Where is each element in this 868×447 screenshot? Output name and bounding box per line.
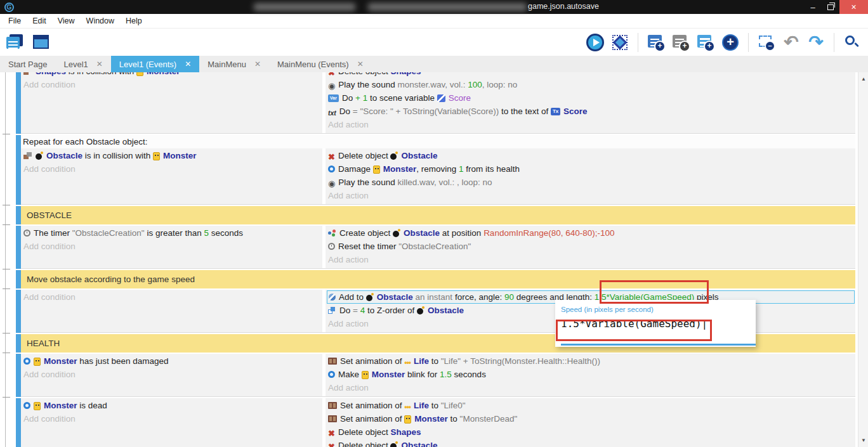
project-manager-icon[interactable]	[5, 33, 24, 52]
tab-label: Start Page	[8, 60, 47, 69]
add-comment-icon[interactable]	[671, 33, 690, 52]
monster-icon	[34, 402, 41, 410]
tab-level1-events-[interactable]: Level1 (Events)✕	[111, 56, 199, 72]
condition-row[interactable]: Monster is dead	[22, 399, 322, 412]
text-segment: Life	[414, 356, 429, 366]
text-segment: Shapes	[36, 72, 66, 76]
event-block: Monster has just been damagedAdd conditi…	[16, 354, 855, 397]
condition-row[interactable]: Monster has just been damaged	[22, 354, 322, 368]
add-action-placeholder[interactable]: Add action	[327, 189, 855, 202]
close-icon[interactable]: ✕	[185, 60, 191, 68]
add-subevent-icon[interactable]	[696, 33, 715, 52]
add-condition-placeholder[interactable]: Add condition	[22, 240, 322, 253]
text-segment: Reset the timer	[338, 242, 398, 251]
minimize-button[interactable]: –	[804, 0, 822, 14]
action-row[interactable]: Reset the timer "ObstacleCreation"	[327, 240, 855, 253]
text-segment: "MonsterDead"	[460, 414, 518, 424]
add-action-placeholder[interactable]: Add action	[327, 253, 855, 266]
add-action-placeholder[interactable]: Add action	[327, 381, 855, 394]
conditions-column: Obstacle is in collision with MonsterAdd…	[21, 148, 322, 204]
action-row[interactable]: Delete object Shapes	[327, 425, 855, 439]
sound-icon	[328, 79, 335, 91]
toolbar-left	[5, 33, 51, 52]
menu-view[interactable]: View	[52, 16, 81, 25]
tab-start-page[interactable]: Start Page	[0, 56, 55, 72]
event-highlight-bar	[16, 135, 21, 205]
scroll-down-icon[interactable]: ▼	[858, 437, 868, 443]
gdevelop-logo-icon: G	[4, 3, 14, 12]
scroll-up-icon[interactable]: ▲	[858, 76, 868, 82]
menu-window[interactable]: Window	[81, 16, 120, 25]
comment-text[interactable]: Move obstacle according to the game spee…	[21, 270, 855, 288]
tab-label: Level1	[63, 60, 88, 69]
text-segment: Set animation of	[340, 401, 404, 410]
play-icon[interactable]	[586, 33, 605, 52]
bomb-icon	[366, 293, 374, 301]
close-icon[interactable]: ✕	[357, 60, 364, 68]
action-row[interactable]: Do = "Score: " + ToString(Variable(Score…	[327, 105, 855, 118]
text-segment: is dead	[77, 401, 107, 410]
action-row[interactable]: Play the sound monster.wav, vol.: 100, l…	[327, 78, 855, 91]
menu-help[interactable]: Help	[120, 16, 148, 25]
debug-icon[interactable]	[610, 33, 629, 52]
add-condition-placeholder[interactable]: Add condition	[22, 412, 322, 425]
event-columns: Shapes is in collision with MonsterAdd c…	[21, 72, 855, 133]
undo-icon[interactable]	[782, 33, 801, 52]
action-row[interactable]: Delete object Shapes	[327, 72, 855, 78]
text-segment: Monster	[383, 164, 417, 174]
condition-row[interactable]: Obstacle is in collision with Monster	[22, 149, 322, 162]
action-row[interactable]: Do + 1 to scene variable Score	[327, 91, 855, 105]
add-condition-placeholder[interactable]: Add condition	[22, 290, 322, 304]
redo-icon[interactable]	[806, 33, 825, 52]
add-event-icon[interactable]	[647, 33, 666, 52]
menu-edit[interactable]: Edit	[27, 16, 52, 25]
tab-mainmenu[interactable]: MainMenu✕	[199, 56, 269, 72]
condition-row[interactable]: The timer "ObstacleCreation" is greater …	[22, 226, 322, 240]
action-row[interactable]: Set animation of Life to "Life" + ToStri…	[327, 354, 855, 368]
action-row[interactable]: Play the sound killed.wav, vol.: , loop:…	[327, 176, 855, 189]
add-condition-placeholder[interactable]: Add condition	[22, 162, 322, 176]
vertical-scrollbar[interactable]: ▲ ▼	[858, 72, 868, 447]
delete-icon	[328, 72, 335, 78]
text-segment: Delete object	[338, 72, 391, 76]
close-icon[interactable]: ✕	[96, 60, 103, 68]
action-row[interactable]: Delete object Obstacle	[327, 439, 855, 447]
monster-icon	[373, 165, 380, 174]
close-icon[interactable]: ✕	[254, 60, 261, 68]
action-row[interactable]: Set animation of Life to "Life0"	[327, 399, 855, 412]
add-condition-placeholder[interactable]: Add condition	[22, 368, 322, 381]
text-segment: Monster	[372, 370, 405, 379]
event-columns: Monster has just been damagedAdd conditi…	[21, 354, 855, 396]
repeat-event-header[interactable]: Repeat for each Obstacle object:	[21, 135, 855, 148]
event-highlight-bar	[16, 334, 21, 353]
close-button[interactable]: ×	[839, 0, 868, 14]
action-row[interactable]: Make Monster blink for 1.5 seconds	[327, 368, 855, 381]
tab-level1[interactable]: Level1✕	[55, 56, 110, 72]
scene-editor-icon[interactable]	[32, 33, 51, 52]
text-segment: Add condition	[23, 414, 76, 424]
restore-button[interactable]	[822, 0, 839, 14]
actions-column: Delete object ObstacleDamage Monster, re…	[326, 148, 855, 204]
condition-row[interactable]: Shapes is in collision with Monster	[22, 72, 322, 78]
title-bar: G game.json.autosave – ×	[0, 0, 868, 14]
text-segment: Delete object	[338, 441, 391, 447]
text-segment: Obstacle	[401, 441, 437, 447]
menu-file[interactable]: File	[3, 16, 27, 25]
add-action-placeholder[interactable]: Add action	[327, 118, 855, 131]
action-row[interactable]: Set animation of Monster to "MonsterDead…	[327, 412, 855, 425]
action-row[interactable]: Damage Monster, removing 1 from its heal…	[327, 162, 855, 176]
action-row[interactable]: Create object Obstacle at position Rando…	[327, 226, 855, 240]
remove-selection-icon[interactable]	[757, 33, 776, 52]
bomb-icon	[390, 152, 398, 160]
text-segment: Add condition	[23, 164, 76, 174]
action-row[interactable]: Delete object Obstacle	[327, 149, 855, 162]
add-other-icon[interactable]	[721, 33, 740, 52]
menu-bar: FileEditViewWindowHelp	[0, 14, 868, 29]
text-segment: 5	[204, 228, 209, 238]
text-segment: Play the sound	[338, 80, 397, 89]
text-segment: Shapes	[390, 72, 421, 76]
comment-text[interactable]: OBSTACLE	[21, 206, 855, 224]
tab-mainmenu-events-[interactable]: MainMenu (Events)✕	[269, 56, 372, 72]
add-condition-placeholder[interactable]: Add condition	[22, 78, 322, 91]
search-icon[interactable]	[843, 33, 862, 52]
